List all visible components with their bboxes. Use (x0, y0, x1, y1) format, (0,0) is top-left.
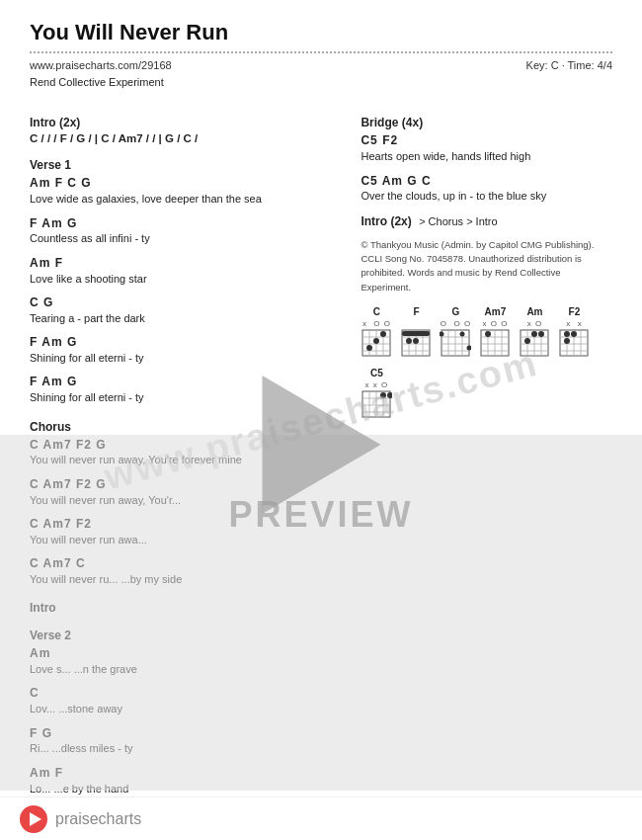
chord-c5: C5 x x O (361, 368, 392, 421)
chord-f2: F2 x x (558, 306, 590, 360)
song-title: You Will Never Run (30, 20, 612, 45)
bridge-line1: C5 F2 Hearts open wide, hands lifted hig… (361, 132, 612, 164)
page-url: www.praisecharts.com/29168 (30, 59, 172, 71)
verse1-line5: F Am G Shining for all eterni - ty (30, 334, 331, 366)
verse1-line2: F Am G Countless as all infini - ty (30, 215, 331, 247)
svg-point-28 (460, 331, 465, 336)
intro-chords: C / / / F / G / | C / Am7 / / | G / C / (30, 132, 331, 144)
svg-point-46 (538, 331, 544, 337)
chord-c: C x O O (361, 306, 392, 360)
brand-label: praisecharts (55, 810, 141, 828)
chorus-title: Chorus (30, 420, 331, 434)
svg-point-18 (406, 338, 412, 344)
chord-g: G O O O (440, 306, 471, 360)
copyright-text: © Thankyou Music (Admin. by Capitol CMG … (361, 238, 612, 294)
verse1-line6: F Am G Shining for all eterni - ty (30, 374, 331, 405)
outro-section: Intro (2x) > Chorus > Intro (361, 214, 612, 228)
svg-point-29 (467, 345, 472, 350)
svg-point-27 (440, 331, 444, 336)
chord-am: Am x O (519, 306, 550, 360)
key-time: Key: C · Time: 4/4 (526, 59, 612, 71)
svg-point-45 (531, 331, 537, 337)
content-mask (0, 435, 642, 791)
svg-point-55 (564, 331, 570, 337)
svg-point-8 (373, 338, 379, 344)
outro-intro-label: Intro (2x) (361, 214, 411, 228)
meta-row: www.praisecharts.com/29168 Key: C · Time… (30, 59, 612, 71)
verse1-title: Verse 1 (30, 158, 331, 172)
bridge-title: Bridge (4x) (361, 116, 612, 129)
page: You Will Never Run www.praisecharts.com/… (0, 0, 642, 840)
bridge-line2: C5 Am G C Over the clouds, up in - to th… (361, 173, 612, 205)
svg-rect-17 (402, 331, 430, 336)
svg-point-9 (366, 345, 372, 351)
svg-point-7 (380, 331, 386, 337)
title-divider (30, 51, 612, 53)
praisecharts-play-icon[interactable] (20, 805, 47, 833)
svg-point-66 (387, 392, 392, 398)
intro-section-title: Intro (2x) (30, 116, 331, 129)
chord-f: F (400, 306, 432, 360)
verse1-line1: Am F C G Love wide as galaxies, love dee… (30, 175, 331, 207)
verse1-line3: Am F Love like a shooting star (30, 255, 331, 287)
bottom-bar: praisecharts (0, 797, 642, 840)
chord-am7: Am7 x O O (479, 306, 511, 360)
chord-diagrams: C x O O (361, 306, 612, 421)
verse1-line4: C G Tearing a - part the dark (30, 294, 331, 326)
svg-point-37 (485, 331, 491, 337)
svg-point-47 (524, 338, 530, 344)
outro-flow: > Chorus > Intro (419, 215, 498, 227)
svg-point-57 (564, 338, 570, 344)
svg-point-65 (380, 392, 386, 398)
artist-name: Rend Collective Experiment (30, 75, 612, 90)
svg-point-56 (571, 331, 577, 337)
svg-point-19 (413, 338, 419, 344)
